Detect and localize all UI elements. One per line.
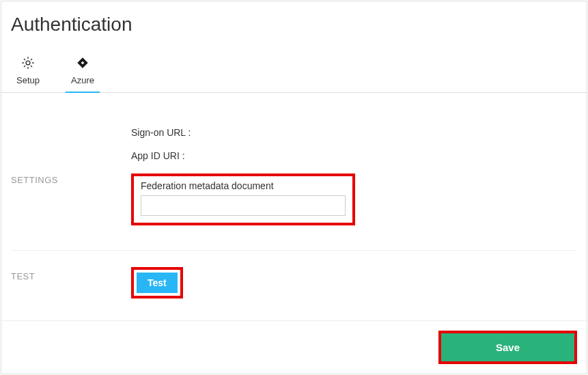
tab-azure-label: Azure <box>71 75 94 85</box>
tab-azure[interactable]: Azure <box>66 55 100 92</box>
settings-section-label: SETTINGS <box>1 127 131 225</box>
test-button[interactable]: Test <box>137 273 178 293</box>
page-title: Authentication <box>1 1 587 36</box>
test-section-label: TEST <box>1 267 131 298</box>
test-highlight: Test <box>131 267 183 298</box>
federation-input[interactable] <box>141 195 346 216</box>
tab-setup[interactable]: Setup <box>11 55 45 92</box>
azure-icon <box>74 55 91 71</box>
signon-url-label: Sign-on URL : <box>131 127 587 138</box>
save-highlight: Save <box>438 331 577 364</box>
federation-highlight: Federation metadata document <box>131 173 355 225</box>
svg-point-0 <box>26 61 30 65</box>
footer: Save <box>1 320 587 374</box>
appid-uri-label: App ID URI : <box>131 150 587 161</box>
gear-icon <box>20 55 36 71</box>
save-button[interactable]: Save <box>441 333 574 361</box>
tabs: Setup Azure <box>1 36 587 93</box>
tab-setup-label: Setup <box>16 75 40 85</box>
federation-label: Federation metadata document <box>141 180 346 191</box>
